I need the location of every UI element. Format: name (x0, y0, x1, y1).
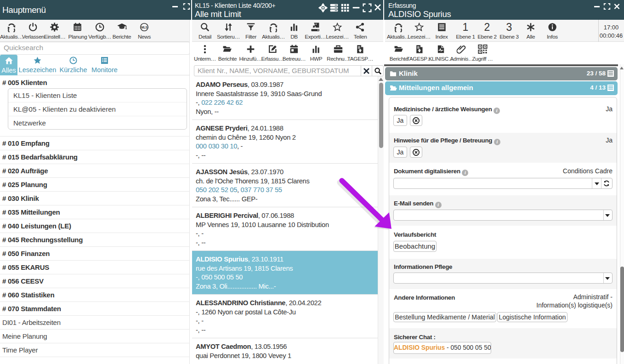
svg-text:MLS: MLS (141, 26, 147, 29)
